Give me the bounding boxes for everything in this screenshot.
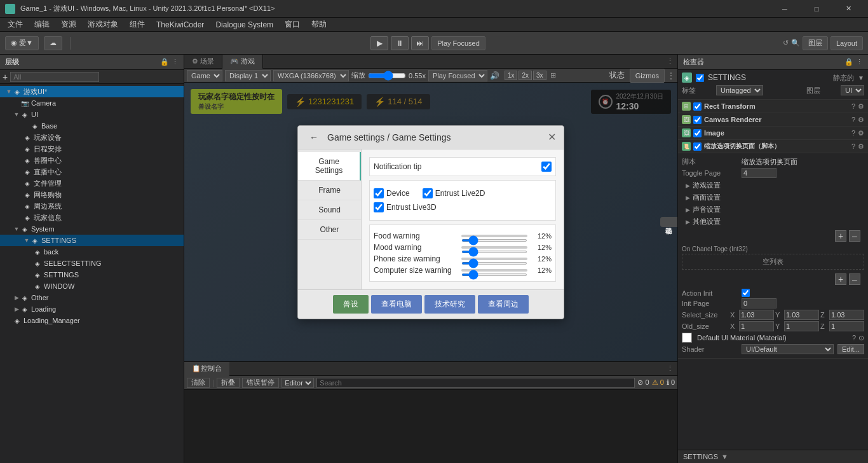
menu-help[interactable]: 帮助 (306, 18, 332, 31)
settings-dropdown-icon[interactable]: ▼ (721, 453, 728, 460)
zoom-slider[interactable] (368, 71, 406, 81)
tag-select[interactable]: Untagged (716, 85, 763, 95)
game-toolbar-more[interactable]: ⋮ (667, 71, 675, 80)
console-editor-select[interactable]: Editor (281, 378, 314, 388)
console-collapse-btn[interactable]: 折叠 (217, 378, 240, 388)
old-x-input[interactable] (739, 321, 774, 331)
tree-row-surrounding[interactable]: ◈ 周边系统 (0, 200, 184, 212)
menu-kiwicoder[interactable]: TheKiwiCoder (151, 19, 209, 31)
rect-help-icon[interactable]: ? (851, 102, 855, 110)
scale-2x-btn[interactable]: 2x (519, 71, 532, 80)
volume-btn[interactable]: 🔊 (490, 71, 499, 80)
modal-tech-btn[interactable]: 技术研究 (424, 295, 475, 314)
select-x-input[interactable] (739, 310, 774, 320)
maximize-game-btn[interactable]: ⊞ (550, 71, 556, 79)
modal-tab-gamesettings[interactable]: Game Settings (298, 152, 361, 181)
tab-game[interactable]: 🎮 游戏 (222, 55, 263, 69)
image-header[interactable]: 🖼 Image ? ⚙ (678, 127, 868, 140)
action-init-checkbox[interactable] (742, 289, 750, 297)
shader-edit-btn[interactable]: Edit... (837, 344, 864, 354)
tree-row-camera[interactable]: 📷 Camera (0, 97, 184, 109)
tree-row-window[interactable]: ◈ WINDOW (0, 280, 184, 292)
old-z-input[interactable] (829, 321, 864, 331)
menu-assets[interactable]: 资源 (56, 18, 81, 31)
food-slider[interactable] (461, 239, 527, 242)
nav-item-other[interactable]: ▶ 其他设置 (682, 216, 864, 228)
play-focused-btn[interactable]: Play Focused (431, 36, 485, 50)
nav-item-screen[interactable]: ▶ 画面设置 (682, 191, 864, 204)
tree-row-base[interactable]: ◈ Base (0, 120, 184, 132)
modal-close-btn[interactable]: ✕ (548, 131, 556, 143)
hierarchy-lock-icon[interactable]: 🔒 (160, 58, 169, 66)
menu-dialogue[interactable]: Dialogue System (210, 19, 278, 31)
modal-tab-frame[interactable]: Frame (298, 181, 361, 200)
display-select[interactable]: Display 1 (225, 70, 271, 81)
maximize-button[interactable]: □ (802, 0, 831, 18)
tree-row-files[interactable]: ◈ 文件管理 (0, 177, 184, 189)
modal-default-btn[interactable]: 兽设 (333, 295, 369, 314)
modal-nearby-btn[interactable]: 查看周边 (478, 295, 529, 314)
nav-item-gamesettings[interactable]: ▶ 游戏设置 (682, 179, 864, 191)
script-header[interactable]: 📜 缩放选项切换页面（脚本） ? ⚙ (678, 140, 868, 153)
tree-row-settings2[interactable]: ◈ SETTINGS (0, 269, 184, 280)
menu-component[interactable]: 组件 (125, 18, 150, 31)
tree-row-selectsetting[interactable]: ◈ SELECTSETTING (0, 258, 184, 269)
computer-slider[interactable] (461, 273, 527, 276)
tree-row-garden[interactable]: ◈ 兽圈中心 (0, 155, 184, 166)
step-button[interactable]: ⏭ (411, 36, 429, 50)
console-more-btn[interactable]: ⋮ (667, 364, 674, 373)
hierarchy-search[interactable] (10, 72, 99, 82)
undo-btn[interactable]: ↺ (783, 39, 789, 47)
rect-transform-checkbox[interactable] (693, 102, 702, 111)
rect-transform-header[interactable]: ⊞ Rect Transform ? ⚙ (678, 100, 868, 113)
inspector-more-icon[interactable]: ⋮ (856, 58, 863, 66)
console-clear-btn[interactable]: 清除 (187, 378, 210, 388)
menu-window[interactable]: 窗口 (280, 18, 305, 31)
device-checkbox[interactable] (374, 188, 384, 198)
toggle-page-input[interactable] (742, 168, 776, 178)
object-active-checkbox[interactable] (696, 74, 704, 82)
add-list-btn[interactable]: + (835, 273, 846, 285)
select-y-input[interactable] (784, 310, 819, 320)
script-settings-icon[interactable]: ⚙ (858, 142, 864, 151)
rect-settings-icon[interactable]: ⚙ (858, 102, 864, 111)
image-help-icon[interactable]: ? (851, 129, 855, 137)
tree-row-live[interactable]: ◈ 直播中心 (0, 166, 184, 177)
static-dropdown-icon[interactable]: ▼ (858, 74, 864, 81)
tree-row-other[interactable]: ▶ ◈ Other (0, 292, 184, 303)
canvas-help-icon[interactable]: ? (851, 116, 855, 123)
hierarchy-more-icon[interactable]: ⋮ (172, 58, 179, 66)
tree-row-loading-mgr[interactable]: ◈ Loading_Manager (0, 315, 184, 326)
modal-computer-btn[interactable]: 查看电脑 (371, 295, 422, 314)
material-select-icon[interactable]: ⊙ (858, 334, 864, 342)
scale-1x-btn[interactable]: 1x (505, 71, 518, 80)
tab-console[interactable]: 📋 控制台 (184, 362, 229, 376)
menu-edit[interactable]: 编辑 (29, 18, 55, 31)
old-y-input[interactable] (784, 321, 819, 331)
tree-row-ui[interactable]: ▼ ◈ UI (0, 109, 184, 120)
play-button[interactable]: ▶ (370, 36, 388, 50)
phone-slider[interactable] (461, 262, 527, 265)
scene-more-btn[interactable]: ⋮ (667, 57, 674, 66)
tree-row-loading[interactable]: ▶ ◈ Loading (0, 303, 184, 315)
scale-3x-btn[interactable]: 3x (533, 71, 546, 80)
tree-row-shopping[interactable]: ◈ 网络购物 (0, 189, 184, 200)
modal-tab-other[interactable]: Other (298, 220, 361, 240)
layers-btn[interactable]: 图层 (803, 36, 828, 50)
remove-list-btn[interactable]: – (849, 273, 860, 285)
hierarchy-add-btn[interactable]: + (3, 72, 8, 82)
mood-slider[interactable] (461, 251, 527, 253)
game-select[interactable]: Game (187, 70, 222, 81)
tab-scene[interactable]: ⚙ 场景 (184, 55, 222, 69)
canvas-settings-icon[interactable]: ⚙ (858, 116, 864, 124)
nav-item-sound[interactable]: ▶ 声音设置 (682, 204, 864, 216)
canvas-renderer-checkbox[interactable] (693, 116, 702, 124)
close-button[interactable]: ✕ (834, 0, 863, 18)
init-page-input[interactable] (742, 298, 776, 308)
remove-nav-btn[interactable]: – (849, 230, 860, 242)
minimize-button[interactable]: ─ (770, 0, 799, 18)
tree-row-playerinfo[interactable]: ◈ 玩家信息 (0, 212, 184, 223)
tree-row-schedule[interactable]: ◈ 日程安排 (0, 143, 184, 155)
menu-gameobject[interactable]: 游戏对象 (83, 18, 123, 31)
tree-row-settings[interactable]: ▼ ◈ SETTINGS (0, 235, 184, 246)
